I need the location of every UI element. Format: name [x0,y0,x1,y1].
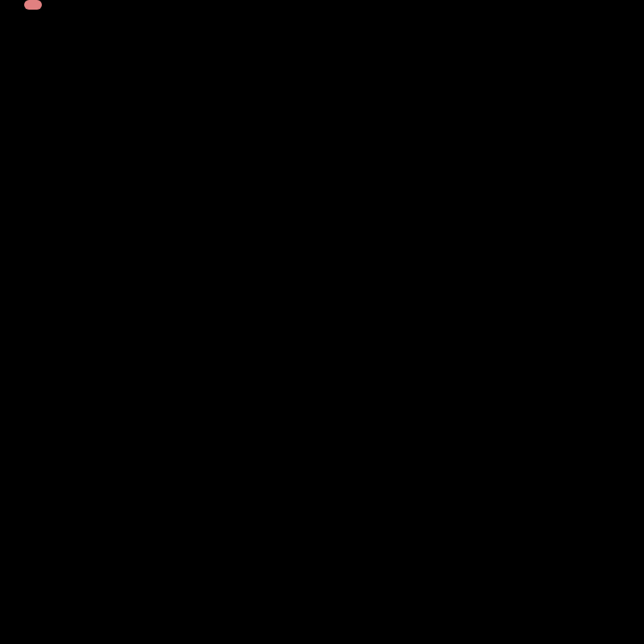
chart-area [24,0,644,620]
optimal-marker [24,0,42,10]
bottleneck-curve [24,0,644,620]
